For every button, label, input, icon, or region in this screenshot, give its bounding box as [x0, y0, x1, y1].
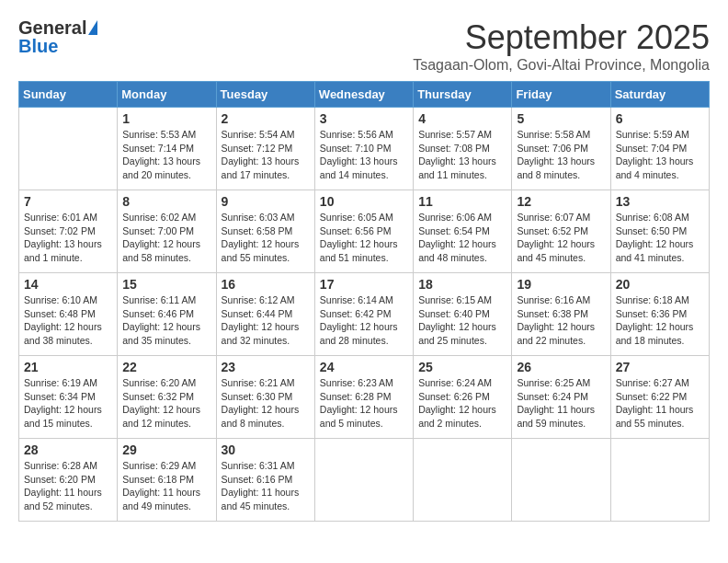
day-info: Sunrise: 6:24 AM Sunset: 6:26 PM Dayligh…	[418, 376, 506, 431]
logo-general-text: General	[18, 18, 86, 37]
calendar-week-row: 7Sunrise: 6:01 AM Sunset: 7:02 PM Daylig…	[19, 190, 710, 273]
day-info: Sunrise: 6:23 AM Sunset: 6:28 PM Dayligh…	[320, 376, 408, 431]
day-info: Sunrise: 5:57 AM Sunset: 7:08 PM Dayligh…	[418, 128, 506, 182]
calendar-cell: 19Sunrise: 6:16 AM Sunset: 6:38 PM Dayli…	[512, 273, 610, 356]
day-number: 30	[222, 442, 310, 457]
day-number: 12	[517, 194, 605, 209]
calendar-header-row: SundayMondayTuesdayWednesdayThursdayFrid…	[19, 82, 710, 108]
day-number: 24	[320, 360, 408, 374]
day-number: 28	[24, 442, 112, 457]
calendar-cell: 3Sunrise: 5:56 AM Sunset: 7:10 PM Daylig…	[314, 108, 413, 190]
logo-triangle-icon	[88, 20, 97, 35]
day-info: Sunrise: 6:21 AM Sunset: 6:30 PM Dayligh…	[222, 376, 310, 431]
page-header: General Blue September 2025 Tsagaan-Olom…	[18, 18, 710, 74]
month-title: September 2025	[413, 18, 710, 57]
day-number: 27	[616, 360, 704, 374]
day-info: Sunrise: 6:25 AM Sunset: 6:24 PM Dayligh…	[517, 376, 605, 431]
calendar-table: SundayMondayTuesdayWednesdayThursdayFrid…	[18, 81, 710, 522]
calendar-cell	[512, 439, 610, 522]
day-number: 1	[122, 111, 210, 126]
calendar-cell: 27Sunrise: 6:27 AM Sunset: 6:22 PM Dayli…	[610, 356, 709, 439]
day-number: 23	[222, 360, 310, 374]
day-number: 3	[320, 111, 408, 126]
day-number: 4	[418, 111, 506, 126]
day-info: Sunrise: 6:05 AM Sunset: 6:56 PM Dayligh…	[320, 211, 408, 265]
calendar-cell: 8Sunrise: 6:02 AM Sunset: 7:00 PM Daylig…	[118, 190, 216, 273]
day-number: 9	[222, 194, 310, 209]
day-info: Sunrise: 6:11 AM Sunset: 6:46 PM Dayligh…	[122, 293, 210, 348]
day-info: Sunrise: 5:54 AM Sunset: 7:12 PM Dayligh…	[222, 128, 310, 182]
calendar-cell: 5Sunrise: 5:58 AM Sunset: 7:06 PM Daylig…	[512, 108, 610, 190]
day-info: Sunrise: 6:15 AM Sunset: 6:40 PM Dayligh…	[418, 293, 506, 348]
calendar-cell: 23Sunrise: 6:21 AM Sunset: 6:30 PM Dayli…	[216, 356, 314, 439]
day-number: 20	[616, 277, 704, 292]
day-info: Sunrise: 6:28 AM Sunset: 6:20 PM Dayligh…	[24, 459, 112, 513]
day-number: 17	[320, 277, 408, 292]
day-info: Sunrise: 5:58 AM Sunset: 7:06 PM Dayligh…	[517, 128, 605, 182]
calendar-cell: 22Sunrise: 6:20 AM Sunset: 6:32 PM Dayli…	[118, 356, 216, 439]
day-header-friday: Friday	[512, 82, 610, 108]
calendar-cell: 16Sunrise: 6:12 AM Sunset: 6:44 PM Dayli…	[216, 273, 314, 356]
day-info: Sunrise: 6:20 AM Sunset: 6:32 PM Dayligh…	[122, 376, 210, 431]
day-info: Sunrise: 5:56 AM Sunset: 7:10 PM Dayligh…	[320, 128, 408, 182]
calendar-cell: 13Sunrise: 6:08 AM Sunset: 6:50 PM Dayli…	[610, 190, 709, 273]
calendar-cell: 17Sunrise: 6:14 AM Sunset: 6:42 PM Dayli…	[314, 273, 413, 356]
day-number: 19	[517, 277, 605, 292]
calendar-cell: 6Sunrise: 5:59 AM Sunset: 7:04 PM Daylig…	[610, 108, 709, 190]
day-header-sunday: Sunday	[19, 82, 118, 108]
day-info: Sunrise: 6:06 AM Sunset: 6:54 PM Dayligh…	[418, 211, 506, 265]
calendar-week-row: 1Sunrise: 5:53 AM Sunset: 7:14 PM Daylig…	[19, 108, 710, 190]
day-info: Sunrise: 6:16 AM Sunset: 6:38 PM Dayligh…	[517, 293, 605, 348]
calendar-cell: 10Sunrise: 6:05 AM Sunset: 6:56 PM Dayli…	[314, 190, 413, 273]
day-header-thursday: Thursday	[414, 82, 512, 108]
day-number: 5	[517, 111, 605, 126]
title-area: September 2025 Tsagaan-Olom, Govi-Altai …	[413, 18, 710, 74]
day-info: Sunrise: 6:14 AM Sunset: 6:42 PM Dayligh…	[320, 293, 408, 348]
calendar-cell: 18Sunrise: 6:15 AM Sunset: 6:40 PM Dayli…	[414, 273, 512, 356]
calendar-cell: 24Sunrise: 6:23 AM Sunset: 6:28 PM Dayli…	[314, 356, 413, 439]
day-info: Sunrise: 6:02 AM Sunset: 7:00 PM Dayligh…	[122, 211, 210, 265]
logo-blue-text: Blue	[18, 37, 58, 55]
calendar-cell	[19, 108, 118, 190]
day-number: 7	[24, 194, 112, 209]
day-header-saturday: Saturday	[610, 82, 709, 108]
calendar-cell: 29Sunrise: 6:29 AM Sunset: 6:18 PM Dayli…	[118, 439, 216, 522]
day-info: Sunrise: 6:10 AM Sunset: 6:48 PM Dayligh…	[24, 293, 112, 348]
calendar-week-row: 14Sunrise: 6:10 AM Sunset: 6:48 PM Dayli…	[19, 273, 710, 356]
calendar-cell: 1Sunrise: 5:53 AM Sunset: 7:14 PM Daylig…	[118, 108, 216, 190]
day-header-tuesday: Tuesday	[216, 82, 314, 108]
day-info: Sunrise: 6:12 AM Sunset: 6:44 PM Dayligh…	[222, 293, 310, 348]
calendar-cell: 28Sunrise: 6:28 AM Sunset: 6:20 PM Dayli…	[19, 439, 118, 522]
calendar-cell: 7Sunrise: 6:01 AM Sunset: 7:02 PM Daylig…	[19, 190, 118, 273]
day-number: 29	[122, 442, 210, 457]
day-number: 6	[616, 111, 704, 126]
day-info: Sunrise: 5:59 AM Sunset: 7:04 PM Dayligh…	[616, 128, 704, 182]
day-info: Sunrise: 6:29 AM Sunset: 6:18 PM Dayligh…	[122, 459, 210, 513]
calendar-cell: 11Sunrise: 6:06 AM Sunset: 6:54 PM Dayli…	[414, 190, 512, 273]
calendar-cell	[610, 439, 709, 522]
calendar-cell: 15Sunrise: 6:11 AM Sunset: 6:46 PM Dayli…	[118, 273, 216, 356]
calendar-week-row: 28Sunrise: 6:28 AM Sunset: 6:20 PM Dayli…	[19, 439, 710, 522]
calendar-cell	[414, 439, 512, 522]
calendar-cell: 21Sunrise: 6:19 AM Sunset: 6:34 PM Dayli…	[19, 356, 118, 439]
day-header-wednesday: Wednesday	[314, 82, 413, 108]
day-info: Sunrise: 6:19 AM Sunset: 6:34 PM Dayligh…	[24, 376, 112, 431]
day-number: 8	[122, 194, 210, 209]
day-info: Sunrise: 6:08 AM Sunset: 6:50 PM Dayligh…	[616, 211, 704, 265]
day-info: Sunrise: 6:01 AM Sunset: 7:02 PM Dayligh…	[24, 211, 112, 265]
logo: General Blue	[18, 18, 97, 55]
day-number: 26	[517, 360, 605, 374]
day-info: Sunrise: 6:03 AM Sunset: 6:58 PM Dayligh…	[222, 211, 310, 265]
calendar-cell: 26Sunrise: 6:25 AM Sunset: 6:24 PM Dayli…	[512, 356, 610, 439]
day-number: 15	[122, 277, 210, 292]
day-info: Sunrise: 6:07 AM Sunset: 6:52 PM Dayligh…	[517, 211, 605, 265]
calendar-cell: 12Sunrise: 6:07 AM Sunset: 6:52 PM Dayli…	[512, 190, 610, 273]
day-info: Sunrise: 6:18 AM Sunset: 6:36 PM Dayligh…	[616, 293, 704, 348]
calendar-cell: 30Sunrise: 6:31 AM Sunset: 6:16 PM Dayli…	[216, 439, 314, 522]
day-number: 18	[418, 277, 506, 292]
calendar-cell: 9Sunrise: 6:03 AM Sunset: 6:58 PM Daylig…	[216, 190, 314, 273]
day-info: Sunrise: 6:31 AM Sunset: 6:16 PM Dayligh…	[222, 459, 310, 513]
day-number: 13	[616, 194, 704, 209]
calendar-cell: 14Sunrise: 6:10 AM Sunset: 6:48 PM Dayli…	[19, 273, 118, 356]
day-info: Sunrise: 6:27 AM Sunset: 6:22 PM Dayligh…	[616, 376, 704, 431]
